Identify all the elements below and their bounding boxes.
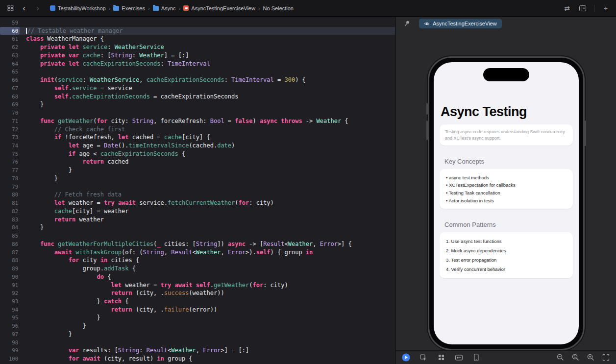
zoom-in-icon[interactable] [586,354,595,362]
code-line[interactable]: 92 return (city, .success(weather)) [0,289,395,297]
line-number[interactable]: 60 [0,27,20,35]
code-line[interactable]: 73 if !forceRefresh, let cached = cache[… [0,133,395,142]
line-number[interactable]: 87 [0,248,20,257]
code-line[interactable]: 66 init(service: WeatherService, cacheEx… [0,76,395,84]
selectable-mode-icon[interactable] [419,354,428,362]
line-number[interactable]: 78 [0,174,20,183]
code-line[interactable]: 79 [0,183,395,191]
code-line[interactable]: 95 } [0,314,395,322]
line-number[interactable]: 75 [0,150,20,158]
line-number[interactable]: 79 [0,183,20,191]
code-line[interactable]: 99 var results: [String: Result<Weather,… [0,346,395,355]
line-number[interactable]: 59 [0,19,20,27]
device-icon[interactable] [472,354,481,362]
back-icon[interactable]: ‹ [20,4,28,13]
line-number[interactable]: 66 [0,76,20,84]
code-line[interactable]: 89 group.addTask { [0,265,395,273]
code-line[interactable]: 90 do { [0,273,395,281]
line-number[interactable]: 69 [0,100,20,109]
line-number[interactable]: 94 [0,306,20,314]
line-number[interactable]: 63 [0,51,20,60]
code-line[interactable]: 70 [0,109,395,117]
code-line[interactable]: 91 let weather = try await self.getWeath… [0,281,395,290]
code-line[interactable]: 69 } [0,100,395,109]
code-line[interactable]: 60// Testable weather manager [0,27,395,35]
line-number[interactable]: 97 [0,330,20,339]
line-number[interactable]: 77 [0,166,20,174]
line-number[interactable]: 98 [0,339,20,347]
line-number[interactable]: 96 [0,322,20,330]
code-line[interactable]: 97 } [0,330,395,339]
code-line[interactable]: 84 } [0,223,395,232]
forward-icon[interactable]: › [33,4,42,13]
code-line[interactable]: 88 for city in cities { [0,256,395,265]
live-preview-play-icon[interactable] [401,354,410,362]
zoom-out-icon[interactable] [556,354,565,362]
line-number[interactable]: 64 [0,60,20,68]
breadcrumb-item[interactable]: TestabilityWorkshop [50,5,106,11]
line-number[interactable]: 70 [0,109,20,117]
code-line[interactable]: 100 for await (city, result) in group { [0,355,395,363]
code-line[interactable]: 93 } catch { [0,297,395,306]
line-number[interactable]: 67 [0,84,20,93]
code-line[interactable]: 59 [0,19,395,27]
line-number[interactable]: 73 [0,133,20,142]
line-number[interactable]: 61 [0,35,20,43]
line-number[interactable]: 100 [0,355,20,363]
code-line[interactable]: 72 // Check cache first [0,125,395,134]
code-line[interactable]: 64 private let cacheExpirationSeconds: T… [0,60,395,68]
preview-screen[interactable]: Async Testing Testing async code require… [434,62,579,344]
line-number[interactable]: 74 [0,142,20,150]
line-number[interactable]: 89 [0,265,20,273]
editor-options-icon[interactable] [578,4,587,13]
code-line[interactable]: 82 cache[city] = weather [0,207,395,216]
code-line[interactable]: 85 [0,232,395,240]
code-line[interactable]: 71 func getWeather(for city: String, for… [0,117,395,125]
line-number[interactable]: 91 [0,281,20,290]
source-editor[interactable]: 5960// Testable weather manager61class W… [0,17,395,364]
code-line[interactable]: 68 self.cacheExpirationSeconds = cacheEx… [0,93,395,101]
line-number[interactable]: 88 [0,256,20,265]
code-line[interactable]: 83 return weather [0,216,395,224]
line-number[interactable]: 95 [0,314,20,322]
code-line[interactable]: 96 } [0,322,395,330]
line-number[interactable]: 90 [0,273,20,281]
code-line[interactable]: 74 let age = Date().timeIntervalSince(ca… [0,142,395,150]
line-number[interactable]: 62 [0,43,20,51]
variants-icon[interactable] [437,354,445,362]
breadcrumb-item[interactable]: AsyncTestingExerciseView [183,5,255,11]
line-number[interactable]: 92 [0,289,20,297]
line-number[interactable]: 76 [0,158,20,166]
code-line[interactable]: 78 } [0,174,395,183]
code-line[interactable]: 62 private let service: WeatherService [0,43,395,51]
line-number[interactable]: 81 [0,199,20,207]
code-review-icon[interactable]: ⇄ [563,4,571,13]
code-line[interactable]: 77 } [0,166,395,174]
code-line[interactable]: 86 func getWeatherForMultipleCities(_ ci… [0,240,395,248]
device-settings-icon[interactable] [454,354,463,362]
line-number[interactable]: 99 [0,346,20,355]
code-line[interactable]: 61class WeatherManager { [0,35,395,43]
line-number[interactable]: 85 [0,232,20,240]
pin-preview-icon[interactable] [402,19,411,28]
line-number[interactable]: 83 [0,216,20,224]
preview-tab[interactable]: AsyncTestingExerciseView [419,19,502,28]
breadcrumb-item[interactable]: No Selection [263,5,294,11]
code-line[interactable]: 65 [0,68,395,76]
line-number[interactable]: 80 [0,191,20,199]
code-line[interactable]: 94 return (city, .failure(error)) [0,306,395,314]
line-number[interactable]: 82 [0,207,20,216]
line-number[interactable]: 86 [0,240,20,248]
line-number[interactable]: 65 [0,68,20,76]
code-line[interactable]: 76 return cached [0,158,395,166]
zoom-to-fit-icon[interactable] [601,354,610,362]
add-editor-icon[interactable]: + [601,4,610,13]
line-number[interactable]: 93 [0,297,20,306]
code-line[interactable]: 80 // Fetch fresh data [0,191,395,199]
code-line[interactable]: 87 await withTaskGroup(of: (String, Resu… [0,248,395,257]
line-number[interactable]: 68 [0,93,20,101]
breadcrumb-item[interactable]: Exercises [113,5,145,11]
breadcrumb-item[interactable]: Async [153,5,176,11]
code-line[interactable]: 67 self.service = service [0,84,395,93]
code-line[interactable]: 81 let weather = try await service.fetch… [0,199,395,207]
